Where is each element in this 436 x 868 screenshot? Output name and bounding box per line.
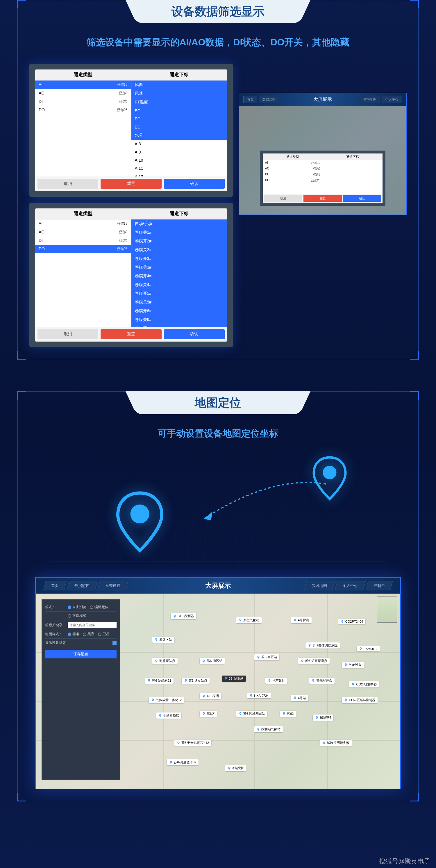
channel-row[interactable]: AI10 [131, 156, 227, 164]
map-marker[interactable]: 智能展开盒 [309, 678, 335, 684]
map-marker[interactable]: 汽车设计 [266, 678, 287, 684]
channel-list[interactable]: 自动/手动卷膜关1#卷膜开2#卷膜关2#卷膜开3#卷膜关3#卷膜开4#卷膜关4#… [131, 219, 227, 327]
map-marker[interactable]: 海淀区站 [152, 637, 175, 643]
save-config-button[interactable]: 保存配置 [45, 650, 117, 658]
channel-row[interactable]: AI11 [131, 164, 227, 173]
style-standard-radio[interactable]: 标准 [68, 632, 80, 637]
dash-tab[interactable]: 个人中心 [382, 96, 402, 103]
dash-tab[interactable]: 首页 [243, 96, 257, 103]
channel-row[interactable]: PT温度 [131, 98, 227, 107]
search-input[interactable] [68, 622, 117, 628]
map-marker[interactable]: 试验探测器失败 [320, 740, 352, 746]
map-marker[interactable]: 苏6-安全站范77#12 [175, 740, 211, 746]
map-marker[interactable]: 3号探测 [225, 765, 246, 771]
map-marker[interactable]: 苏6-通灵站点 [182, 678, 210, 684]
map-marker[interactable]: 苏6-商区站 [200, 658, 225, 664]
confirm-button[interactable]: 确认 [164, 329, 225, 339]
type-row[interactable]: AI已选19 [35, 219, 131, 228]
mini-type-row[interactable]: AO已选2 [263, 166, 323, 172]
mode-follow-radio[interactable]: 跟踪模式 [68, 613, 86, 618]
channel-row[interactable]: 卷膜开4# [131, 272, 227, 280]
map-marker[interactable]: 探测室4 [313, 714, 333, 721]
show-label-toggle[interactable] [113, 641, 117, 645]
nav-tab-profile[interactable]: 个人中心 [335, 581, 366, 590]
cancel-button[interactable]: 取消 [37, 179, 98, 189]
type-row[interactable]: AO已选2 [35, 228, 131, 236]
type-row[interactable]: DO已选26 [35, 106, 131, 114]
minimap[interactable] [377, 596, 397, 623]
channel-row[interactable]: 自动/手动 [131, 219, 227, 228]
map-marker[interactable]: CO2-研发中心 [349, 681, 379, 687]
map-marker[interactable]: CO2-区域6-控制器 [342, 697, 378, 703]
map-marker[interactable]: Smt整体调度系统 [306, 643, 340, 649]
mini-type-row[interactable]: DO已选26 [263, 178, 323, 183]
channel-row[interactable]: EC [131, 123, 227, 131]
dash-tab[interactable]: 实时地图 [360, 96, 380, 103]
confirm-button[interactable]: 确认 [164, 179, 225, 189]
map-marker[interactable]: CO2PT2404 [338, 619, 365, 624]
type-row[interactable]: DI已选4 [35, 97, 131, 106]
dash-tab[interactable]: 数据监控 [259, 96, 279, 103]
type-list[interactable]: AI已选19AO已选2DI已选4DO已选26 [35, 81, 131, 177]
map-marker[interactable]: 气象设备 [342, 662, 364, 668]
map-marker[interactable]: 4号站 [291, 695, 308, 701]
map-marker[interactable]: 气体成量一体化12 [149, 697, 184, 703]
channel-row[interactable]: 卷膜开7# [131, 324, 227, 327]
nav-tab-realtime[interactable]: 实时地图 [304, 581, 335, 590]
channel-row[interactable]: 风速 [131, 89, 227, 98]
channel-row[interactable]: EC [131, 115, 227, 123]
mini-confirm-button[interactable]: 确认 [343, 195, 381, 202]
cancel-button[interactable]: 取消 [37, 329, 98, 339]
mini-reset-button[interactable]: 重置 [304, 195, 342, 202]
channel-row[interactable]: 卷膜开5# [131, 289, 227, 298]
channel-row[interactable]: AI9 [131, 148, 227, 156]
type-row[interactable]: DI已选4 [35, 236, 131, 245]
map-marker[interactable]: X18探测 [200, 693, 221, 699]
channel-row[interactable]: 卷膜关1# [131, 228, 227, 237]
mode-browse-radio[interactable]: 自由浏览 [68, 604, 86, 610]
channel-row[interactable]: 卷膜关5# [131, 298, 227, 307]
channel-row[interactable]: EC [131, 107, 227, 115]
map-canvas[interactable]: 模式： 自由浏览 编辑定位 跟踪模式 模糊关键字 [36, 594, 400, 788]
map-marker[interactable]: 苏6-第五探测点 [298, 658, 330, 664]
type-row[interactable]: AI已选19 [35, 81, 131, 89]
channel-row[interactable]: 卷膜开6# [131, 307, 227, 315]
type-list[interactable]: AI已选19AO已选2DI已选4DO已选26 [35, 219, 131, 327]
map-marker[interactable]: 苏62 [280, 711, 296, 717]
channel-row[interactable]: 卷膜关6# [131, 315, 227, 324]
channel-row[interactable]: 卷膜关4# [131, 280, 227, 289]
nav-tab-home[interactable]: 首页 [43, 581, 67, 590]
map-marker[interactable]: 小黑盒顶端 [156, 712, 181, 719]
map-marker[interactable]: 苏6区 [200, 711, 217, 717]
channel-row[interactable]: 卷膜关2# [131, 246, 227, 254]
style-dark-radio[interactable]: 黑夜 [83, 632, 94, 637]
type-row[interactable]: AO已选2 [35, 89, 131, 97]
map-marker[interactable]: EAM0012 [356, 646, 380, 651]
reset-button[interactable]: 重置 [100, 329, 161, 339]
mini-type-list[interactable]: AI已选19AO已选2DI已选4DO已选26 [263, 160, 323, 183]
map-marker[interactable]: HXAI9724 [247, 693, 271, 698]
map-marker[interactable]: 苏6-商区站 [254, 654, 279, 660]
map-marker[interactable]: 苏6-测端站21 [145, 678, 174, 684]
mini-type-row[interactable]: AI已选19 [263, 160, 323, 166]
map-marker[interactable]: 探测站气象站 [254, 726, 283, 732]
mode-edit-radio[interactable]: 编辑定位 [90, 604, 108, 610]
mini-type-row[interactable]: DI已选4 [263, 172, 323, 178]
nav-tab-settings[interactable]: 系统设置 [97, 581, 128, 590]
map-marker[interactable]: 苏6-测量台湾32 [167, 759, 198, 765]
reset-button[interactable]: 重置 [100, 179, 161, 189]
map-marker[interactable]: 海盐探站点 [152, 658, 178, 664]
mini-cancel-button[interactable]: 取消 [264, 195, 302, 202]
map-marker[interactable]: 4号探测 [291, 617, 312, 623]
type-row[interactable]: DO已选26 [35, 245, 131, 253]
channel-row[interactable]: 卷膜关3# [131, 263, 227, 272]
nav-tab-console[interactable]: 控制台 [366, 581, 393, 590]
channel-row[interactable]: AI12 [131, 173, 227, 177]
map-marker[interactable]: 03_测器站 [222, 676, 246, 682]
nav-tab-monitor[interactable]: 数据监控 [67, 581, 98, 590]
channel-row[interactable]: 水分 [131, 131, 227, 140]
map-marker[interactable]: CO2探测器 [170, 613, 196, 619]
map-marker[interactable]: 新型气象站 [236, 617, 261, 623]
channel-row[interactable]: 卷膜开3# [131, 254, 227, 263]
map-marker[interactable]: 苏6-区域测试站 [236, 711, 268, 717]
